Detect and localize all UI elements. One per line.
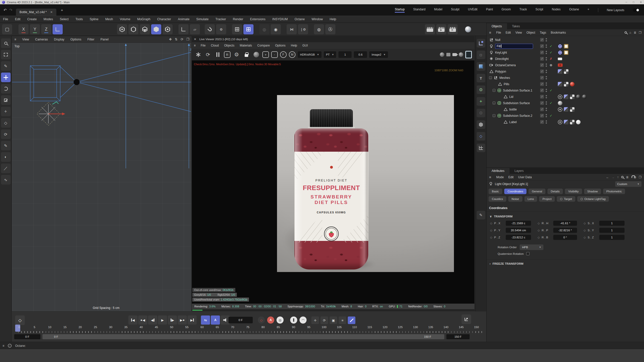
menu-item[interactable]: Mesh (105, 17, 113, 21)
position-record-button[interactable] (290, 316, 297, 324)
axis-lock-y-icon[interactable]: ◇ (1, 118, 11, 128)
autokey-mode-button[interactable]: A (211, 315, 220, 325)
axis-center-button[interactable]: ◉ (271, 24, 281, 34)
uv-tag-icon[interactable] (570, 95, 574, 99)
theme-toggle[interactable] (633, 8, 639, 12)
goto-end-button[interactable]: ▶ (188, 315, 197, 325)
layers-toggle-icon[interactable]: ≡ (339, 316, 346, 324)
menu-item[interactable]: Volume (120, 17, 130, 21)
tree-row-fill[interactable]: Fill ✓ (487, 43, 644, 49)
viewport-menu-item[interactable]: Display (54, 38, 64, 41)
preset-select[interactable]: Custom▼ (615, 181, 641, 187)
menu-item[interactable]: Spline (90, 17, 99, 21)
layer-toggle-icon[interactable] (540, 101, 544, 105)
tab-details[interactable]: Details (547, 189, 563, 194)
rh-field[interactable]: -41.61 ° (553, 221, 577, 226)
layout-tab[interactable]: + (588, 8, 589, 13)
menu-item[interactable]: Octane (294, 17, 305, 21)
tab-attributes[interactable]: Attributes (487, 168, 510, 174)
visibility-dots[interactable] (546, 108, 547, 111)
knife-tool-icon[interactable]: ／ (1, 164, 11, 173)
layout-tab[interactable]: Groom (501, 8, 511, 13)
samples-field[interactable]: 1 (338, 51, 352, 58)
gamma-field[interactable]: 0.6 (354, 51, 367, 58)
tree-row-subdiv2[interactable]: − Subdivision Surface.2 ✓ (487, 112, 644, 119)
layer-toggle-icon[interactable] (540, 76, 544, 80)
visibility-dots[interactable] (546, 76, 547, 79)
layout-tab[interactable]: Startup (395, 8, 405, 13)
visibility-dots[interactable] (546, 120, 547, 124)
tab-objects[interactable]: Objects (487, 23, 507, 29)
pop-out-icon[interactable]: ❐ (639, 175, 641, 179)
viewport-menu-item[interactable]: Panel (100, 38, 108, 41)
home-icon[interactable]: ⌂ (629, 31, 631, 34)
layout-tab[interactable]: Standard (413, 8, 426, 13)
rotate-tool-icon[interactable] (1, 84, 11, 94)
pla-disabled-icon[interactable] (348, 316, 355, 324)
phong-tag-icon[interactable] (558, 82, 562, 86)
octane-camera-tag-icon[interactable] (558, 63, 563, 67)
polygons-mode-button[interactable] (140, 24, 150, 34)
attributes-menu-item[interactable]: Mode (496, 175, 504, 179)
rotation-order-select[interactable]: HPB▼ (520, 244, 543, 250)
tab-noise[interactable]: Noise (508, 196, 522, 202)
objects-menu-item[interactable]: View (515, 31, 522, 34)
last-tool-button[interactable]: ▢ (2, 24, 12, 34)
phong-tag-icon[interactable] (558, 69, 562, 74)
uv-tag-icon[interactable] (564, 69, 568, 74)
layer-toggle-icon[interactable] (540, 70, 544, 73)
fcurve-editor-button[interactable] (462, 314, 471, 324)
range-current-field[interactable]: 0 F (14, 334, 40, 339)
live-viewer-menu-item[interactable]: Cloud (211, 44, 219, 47)
tree-row-bottle[interactable]: bottle (487, 106, 644, 112)
material-glass-icon[interactable] (558, 101, 562, 105)
viewport-menu-item[interactable]: Options (71, 38, 81, 41)
freeze-transform-header[interactable]: ›FREEZE TRANSFORM (487, 259, 644, 265)
material-dark-icon[interactable] (582, 95, 587, 99)
visibility-dots[interactable] (546, 51, 547, 54)
fit-view-icon[interactable] (465, 51, 472, 58)
tab-general[interactable]: General (528, 189, 545, 194)
menu-item[interactable]: Edit (15, 17, 20, 21)
new-layouts-button[interactable]: New Layouts (607, 8, 624, 12)
layout-tab[interactable]: Nodes (552, 8, 561, 13)
document-tab-close-icon[interactable]: ✕ (50, 10, 53, 14)
filter-icon[interactable]: ≣ (626, 175, 629, 179)
viewport-menu-item[interactable]: Filter (87, 38, 95, 41)
menu-item[interactable]: Help (330, 17, 336, 21)
layer-toggle-icon[interactable] (540, 51, 544, 54)
disabled-x-icon[interactable]: ✗ (549, 57, 553, 61)
area-light-tag-icon[interactable] (558, 58, 562, 60)
menu-item[interactable]: Window (312, 17, 323, 21)
palette-text-icon[interactable]: T (477, 74, 485, 82)
uv-tag-icon[interactable] (564, 82, 568, 86)
keyframe-diamond-icon[interactable]: ◇ (490, 236, 494, 239)
enabled-check-icon[interactable]: ✓ (549, 101, 553, 105)
live-viewer-menu-item[interactable]: Compare (257, 44, 270, 47)
collapse-expander-icon[interactable]: − (489, 76, 492, 79)
spline-tool-icon[interactable]: ∿ (1, 175, 11, 185)
layout-tab[interactable]: UVEdit (468, 8, 477, 13)
tab-coordinates[interactable]: Coordinates (504, 189, 526, 194)
render-picture-viewer-button[interactable] (436, 24, 446, 34)
edges-mode-button[interactable] (128, 24, 139, 34)
back-arrow-icon[interactable]: ← (606, 175, 609, 179)
render-passes-icon[interactable] (440, 52, 444, 57)
prev-frame-button[interactable]: ◀ (148, 315, 157, 325)
pan-view-icon[interactable]: ✥ (169, 37, 172, 41)
view-token-button[interactable]: ◍ (314, 24, 324, 34)
collapse-expander-icon[interactable]: − (493, 114, 495, 117)
octane-flake-icon[interactable] (194, 51, 202, 58)
live-viewer-menu-item[interactable]: Help (291, 44, 297, 47)
enabled-check-icon[interactable]: ✓ (549, 51, 553, 54)
axis-modification-button[interactable] (178, 24, 189, 34)
px-field[interactable]: -21.1569 c (506, 221, 531, 226)
range-end-field[interactable]: 150 F (446, 334, 470, 339)
layer-toggle-icon[interactable] (540, 38, 544, 42)
layer-toggle-icon[interactable] (540, 95, 544, 99)
minimize-button[interactable]: ─ (625, 1, 627, 4)
octane-light-tag-icon[interactable] (558, 44, 562, 49)
tree-row-subdiv[interactable]: − Subdivision Surface ✓ (487, 100, 644, 106)
status-hamburger-icon[interactable]: ≡ (3, 344, 4, 348)
denoise-icon[interactable] (459, 52, 463, 57)
